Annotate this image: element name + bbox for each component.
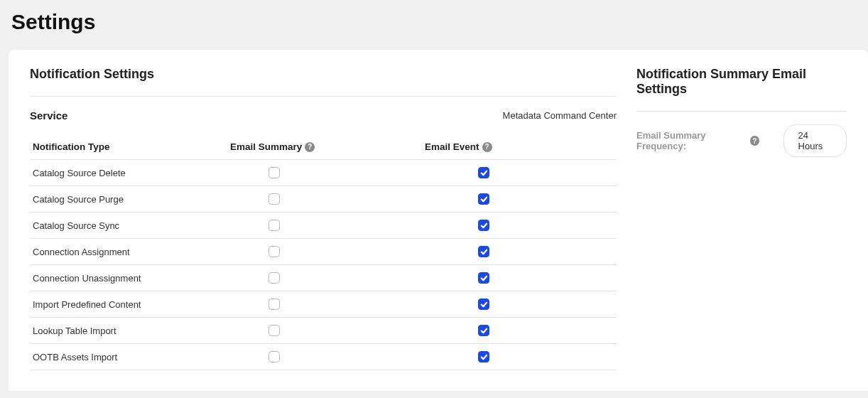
email-summary-cell (230, 220, 425, 231)
email-summary-checkbox[interactable] (268, 351, 280, 362)
help-icon[interactable]: ? (750, 136, 759, 146)
email-event-cell (425, 325, 614, 336)
summary-email-settings-heading: Notification Summary Email Settings (636, 67, 847, 97)
header-email-summary: Email Summary ? (230, 141, 425, 152)
email-event-checkbox[interactable] (478, 193, 489, 205)
email-event-cell (425, 193, 614, 205)
email-summary-checkbox[interactable] (268, 167, 280, 178)
table-row: Catalog Source Sync (30, 213, 617, 239)
email-event-cell (425, 167, 614, 178)
email-event-checkbox[interactable] (478, 246, 489, 257)
notification-type-label: Import Predefined Content (33, 299, 230, 310)
table-row: Import Predefined Content (30, 291, 617, 318)
email-summary-cell (230, 351, 425, 362)
table-header: Notification Type Email Summary ? Email … (30, 134, 617, 160)
email-event-checkbox[interactable] (478, 220, 489, 231)
table-row: Catalog Source Delete (30, 160, 617, 186)
frequency-select[interactable]: 24 Hours (783, 124, 847, 157)
email-event-cell (425, 246, 614, 257)
notification-type-label: Catalog Source Delete (33, 168, 230, 178)
header-email-summary-label: Email Summary (230, 141, 302, 152)
notification-settings-heading: Notification Settings (30, 67, 617, 82)
email-summary-cell (230, 246, 425, 257)
table-body: Catalog Source DeleteCatalog Source Purg… (30, 160, 617, 370)
frequency-row: Email Summary Frequency: ? 24 Hours (636, 124, 847, 157)
email-event-checkbox[interactable] (478, 298, 489, 310)
email-event-checkbox[interactable] (478, 167, 489, 178)
email-event-cell (425, 220, 614, 231)
settings-card: Notification Settings Service Metadata C… (9, 50, 868, 391)
notification-settings-panel: Notification Settings Service Metadata C… (30, 67, 617, 391)
notification-type-label: Connection Assignment (33, 247, 230, 257)
table-row: Connection Assignment (30, 239, 617, 265)
help-icon[interactable]: ? (305, 142, 315, 152)
notification-type-label: Lookup Table Import (33, 326, 230, 336)
email-summary-checkbox[interactable] (268, 325, 280, 336)
email-summary-checkbox[interactable] (268, 220, 280, 231)
email-summary-checkbox[interactable] (268, 246, 280, 257)
email-summary-cell (230, 272, 425, 284)
service-value: Metadata Command Center (503, 110, 617, 121)
email-event-checkbox[interactable] (478, 325, 489, 336)
email-summary-checkbox[interactable] (268, 193, 280, 205)
email-summary-checkbox[interactable] (268, 272, 280, 284)
email-event-checkbox[interactable] (478, 272, 489, 284)
service-row: Service Metadata Command Center (30, 109, 617, 122)
notification-type-label: Connection Unassignment (33, 273, 230, 284)
frequency-label: Email Summary Frequency: (636, 130, 746, 151)
notification-type-label: Catalog Source Sync (33, 220, 230, 231)
notification-type-label: OOTB Assets Import (33, 352, 230, 362)
email-summary-cell (230, 325, 425, 336)
table-row: Connection Unassignment (30, 265, 617, 291)
email-summary-cell (230, 298, 425, 310)
header-notification-type: Notification Type (33, 141, 230, 152)
email-event-cell (425, 272, 614, 284)
table-row: Catalog Source Purge (30, 186, 617, 213)
email-event-checkbox[interactable] (478, 351, 489, 362)
email-summary-cell (230, 193, 425, 205)
page-title: Settings (0, 0, 868, 44)
table-row: OOTB Assets Import (30, 344, 617, 370)
email-summary-cell (230, 167, 425, 178)
notification-type-label: Catalog Source Purge (33, 194, 230, 205)
email-event-cell (425, 298, 614, 310)
email-event-cell (425, 351, 614, 362)
header-email-event: Email Event ? (425, 141, 614, 152)
divider (636, 111, 847, 112)
service-label: Service (30, 109, 67, 122)
divider (30, 96, 617, 97)
help-icon[interactable]: ? (482, 142, 492, 152)
email-summary-checkbox[interactable] (268, 298, 280, 310)
header-email-event-label: Email Event (425, 141, 479, 152)
table-row: Lookup Table Import (30, 318, 617, 344)
summary-email-settings-panel: Notification Summary Email Settings Emai… (636, 67, 847, 391)
